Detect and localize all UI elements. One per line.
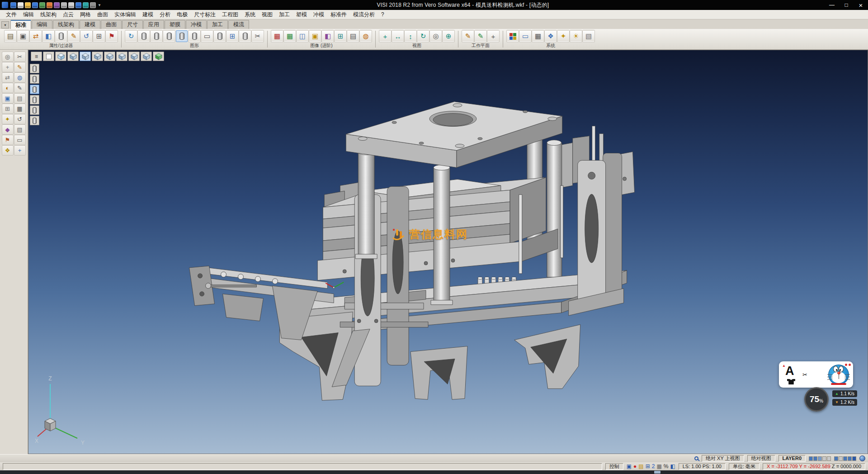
menu-item[interactable]: 模流分析	[350, 10, 378, 19]
tool-icon[interactable]: ▣	[2, 94, 13, 103]
layer-filter-button[interactable]	[30, 74, 39, 84]
tool-icon[interactable]: ▣	[309, 30, 321, 42]
maximize-button[interactable]: □	[839, 0, 854, 10]
tool-icon[interactable]: ✂	[252, 30, 264, 42]
cylinder-icon[interactable]	[55, 30, 67, 42]
layer-color-cell[interactable]	[839, 456, 843, 461]
tool-icon[interactable]: ◐	[2, 83, 13, 93]
tab-塑膜[interactable]: 塑膜	[165, 20, 185, 29]
quick-icon[interactable]	[90, 2, 96, 8]
menu-item[interactable]: 尺寸标注	[191, 10, 219, 19]
tool-icon[interactable]: ▣	[17, 30, 29, 42]
snap-lock-button[interactable]: 控制	[605, 463, 623, 470]
layer-color-cell[interactable]	[822, 456, 826, 461]
tool-icon[interactable]: ◎	[2, 52, 13, 62]
view-orientation-button[interactable]	[104, 52, 115, 61]
menu-item[interactable]: 网格	[77, 10, 94, 19]
layer-color-segments-1[interactable]	[809, 456, 831, 461]
tool-icon[interactable]: +	[14, 146, 25, 155]
minimize-button[interactable]: —	[825, 0, 839, 10]
status-icon[interactable]: ▤	[638, 464, 643, 469]
tool-icon[interactable]: ▦	[14, 104, 25, 114]
menu-item[interactable]: ?	[378, 10, 387, 19]
tab-编辑[interactable]: 编辑	[32, 20, 52, 29]
layer-filter-button[interactable]	[30, 95, 39, 104]
quick-icon[interactable]	[32, 2, 38, 8]
cylinder-icon[interactable]	[163, 30, 175, 42]
cad-model[interactable]	[28, 50, 868, 454]
menu-item[interactable]: 实体编辑	[111, 10, 139, 19]
status-icon[interactable]: ●	[633, 464, 637, 469]
tool-icon[interactable]: ❖	[545, 30, 557, 42]
status-icon[interactable]: ⊞	[646, 464, 650, 469]
quick-icon[interactable]	[47, 2, 52, 8]
layer-filter-button[interactable]	[30, 116, 39, 125]
quick-icon[interactable]	[83, 2, 89, 8]
tool-icon[interactable]: ⇄	[2, 73, 13, 82]
tool-icon[interactable]: +	[2, 62, 13, 72]
tool-icon[interactable]: ✦	[557, 30, 569, 42]
layer-color-segments-2[interactable]	[834, 456, 856, 461]
tool-icon[interactable]: ⇄	[30, 30, 42, 42]
layer-color-cell[interactable]	[809, 456, 813, 461]
zoom-icon[interactable]	[694, 456, 698, 460]
tab-尺寸[interactable]: 尺寸	[122, 20, 143, 29]
menu-item[interactable]: 电极	[174, 10, 191, 19]
quick-access-caret-icon[interactable]: ▼	[98, 3, 101, 7]
status-icon[interactable]: ◧	[670, 464, 675, 469]
quick-icon[interactable]	[54, 2, 60, 8]
tool-icon[interactable]: ◍	[14, 73, 25, 82]
taskbar-peek-icon[interactable]	[654, 471, 660, 474]
menu-item[interactable]: 建模	[139, 10, 156, 19]
globe-icon[interactable]	[859, 455, 865, 461]
battery-percent-widget[interactable]: 75%	[804, 387, 829, 412]
status-icon[interactable]: %	[664, 464, 669, 469]
tool-icon[interactable]: ⊕	[443, 30, 454, 42]
layer-color-cell[interactable]	[834, 456, 838, 461]
menu-item[interactable]: 冲模	[310, 10, 327, 19]
tool-icon[interactable]: ▭	[201, 30, 213, 42]
menu-item[interactable]: 文件	[3, 10, 20, 19]
tool-icon[interactable]: ✎	[462, 30, 474, 42]
tool-icon[interactable]: ⊞	[93, 30, 105, 42]
layer-color-cell[interactable]	[852, 456, 856, 461]
layer-filter-button[interactable]	[30, 85, 39, 94]
menu-item[interactable]: 系统	[241, 10, 259, 19]
tool-icon[interactable]: ↺	[14, 114, 25, 124]
view-orientation-button[interactable]	[80, 52, 91, 61]
layer-filter-button[interactable]	[30, 64, 39, 73]
tab-dropdown-icon[interactable]: ▼	[1, 21, 9, 28]
layer-filter-button[interactable]	[30, 105, 39, 115]
tool-icon[interactable]: ⊞	[335, 30, 346, 42]
quick-icon[interactable]	[39, 2, 45, 8]
tool-icon[interactable]: ⚑	[106, 30, 118, 42]
tool-icon[interactable]: ↻	[417, 30, 429, 42]
tool-icon[interactable]: ◧	[42, 30, 54, 42]
view-orientation-button[interactable]	[128, 52, 140, 61]
tool-icon[interactable]: ⚑	[2, 135, 13, 145]
tool-icon[interactable]: ↔	[392, 30, 404, 42]
tool-icon[interactable]: ▤	[14, 94, 25, 103]
close-button[interactable]: ×	[854, 0, 868, 10]
cylinder-icon[interactable]	[138, 30, 150, 42]
units-indicator[interactable]: 单位: 毫米	[729, 463, 760, 470]
status-icon[interactable]: ▦	[656, 464, 661, 469]
tool-icon[interactable]: ↺	[80, 30, 92, 42]
tool-icon[interactable]: ⊞	[226, 30, 238, 42]
tool-icon[interactable]: ◎	[430, 30, 442, 42]
view-orientation-button[interactable]: ≡	[31, 52, 42, 61]
layer-color-cell[interactable]	[843, 456, 847, 461]
menu-item[interactable]: 分析	[156, 10, 174, 19]
tool-icon[interactable]: ↕	[405, 30, 416, 42]
menu-item[interactable]: 编辑	[20, 10, 37, 19]
cylinder-icon[interactable]	[189, 30, 200, 42]
layer-indicator[interactable]: LAYER0	[778, 455, 806, 462]
layer-color-cell[interactable]	[813, 456, 817, 461]
tool-icon[interactable]: ▤	[5, 30, 16, 42]
tab-建模[interactable]: 建模	[80, 20, 100, 29]
tool-icon[interactable]: ◆	[2, 125, 13, 134]
tool-icon[interactable]: ▦	[271, 30, 283, 42]
tool-icon[interactable]: ☀	[570, 30, 582, 42]
tool-icon[interactable]: ✎	[68, 30, 80, 42]
view-orientation-button[interactable]	[153, 52, 164, 61]
